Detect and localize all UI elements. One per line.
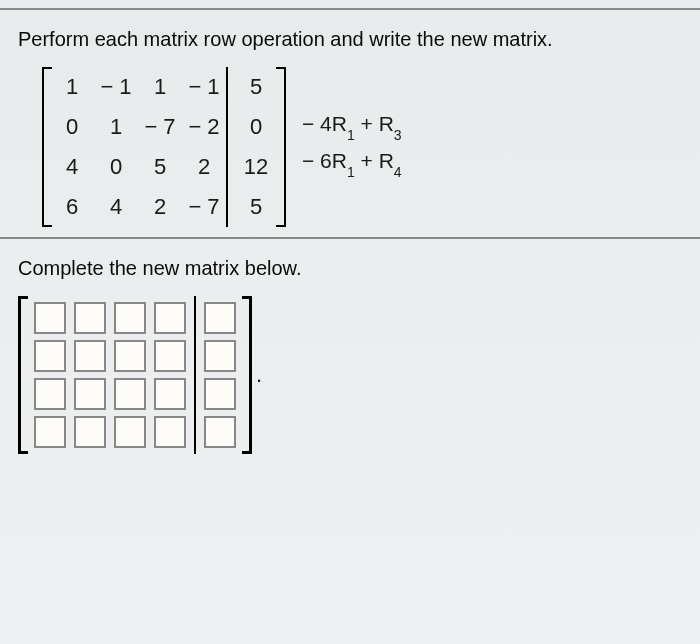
matrix-cell: − 1: [96, 67, 136, 107]
matrix-cell: 0: [236, 107, 276, 147]
answer-input[interactable]: [74, 302, 106, 334]
matrix-cell: − 7: [184, 187, 224, 227]
row-operations: − 4R1 + R3 − 6R1 + R4: [302, 112, 402, 182]
op-text: − 6R: [302, 149, 347, 172]
matrix-cell: 1: [140, 67, 180, 107]
complete-instruction: Complete the new matrix below.: [0, 249, 700, 296]
op-text: − 4R: [302, 112, 347, 135]
matrix-cell: 6: [52, 187, 92, 227]
op-subscript: 1: [347, 127, 355, 143]
instruction-text: Perform each matrix row operation and wr…: [18, 28, 682, 51]
matrix-cell: − 2: [184, 107, 224, 147]
augment-bar: [194, 296, 196, 454]
op-subscript: 3: [394, 127, 402, 143]
answer-coefficients: [28, 296, 192, 454]
answer-input[interactable]: [154, 302, 186, 334]
answer-input[interactable]: [34, 302, 66, 334]
answer-input[interactable]: [204, 378, 236, 410]
matrix-cell: 1: [52, 67, 92, 107]
row-operation-2: − 6R1 + R4: [302, 149, 402, 176]
period: .: [256, 362, 262, 388]
op-text: + R: [355, 112, 394, 135]
matrix-cell: − 7: [140, 107, 180, 147]
answer-input[interactable]: [204, 302, 236, 334]
answer-input[interactable]: [74, 416, 106, 448]
answer-input[interactable]: [114, 378, 146, 410]
augment-bar: [226, 67, 228, 227]
answer-input[interactable]: [34, 340, 66, 372]
answer-matrix: [18, 296, 252, 454]
op-text: + R: [355, 149, 394, 172]
matrix-cell: 12: [236, 147, 276, 187]
matrix-coefficients: 1 − 1 1 − 1 0 1 − 7 − 2 4 0 5 2 6 4 2 − …: [52, 67, 224, 227]
matrix-cell: 2: [184, 147, 224, 187]
answer-input[interactable]: [114, 302, 146, 334]
answer-matrix-section: .: [18, 296, 700, 454]
section-divider: [0, 237, 700, 239]
bracket-right: [242, 296, 252, 454]
answer-input[interactable]: [74, 340, 106, 372]
answer-input[interactable]: [204, 340, 236, 372]
matrix-cell: 2: [140, 187, 180, 227]
answer-input[interactable]: [114, 340, 146, 372]
answer-input[interactable]: [34, 378, 66, 410]
bracket-right: [276, 67, 286, 227]
bracket-left: [42, 67, 52, 227]
answer-input[interactable]: [154, 340, 186, 372]
matrix-cell: 0: [52, 107, 92, 147]
op-subscript: 1: [347, 164, 355, 180]
bracket-left: [18, 296, 28, 454]
matrix-augmented: 5 0 12 5: [236, 67, 276, 227]
matrix-cell: 4: [52, 147, 92, 187]
matrix-cell: 5: [140, 147, 180, 187]
answer-input[interactable]: [154, 416, 186, 448]
answer-input[interactable]: [74, 378, 106, 410]
row-operation-1: − 4R1 + R3: [302, 112, 402, 139]
answer-input[interactable]: [154, 378, 186, 410]
matrix-cell: 1: [96, 107, 136, 147]
op-subscript: 4: [394, 164, 402, 180]
matrix-cell: 0: [96, 147, 136, 187]
matrix-cell: 4: [96, 187, 136, 227]
answer-input[interactable]: [114, 416, 146, 448]
answer-input[interactable]: [204, 416, 236, 448]
given-matrix: 1 − 1 1 − 1 0 1 − 7 − 2 4 0 5 2 6 4 2 − …: [42, 67, 286, 227]
given-matrix-section: 1 − 1 1 − 1 0 1 − 7 − 2 4 0 5 2 6 4 2 − …: [42, 67, 682, 227]
matrix-cell: − 1: [184, 67, 224, 107]
matrix-cell: 5: [236, 187, 276, 227]
matrix-cell: 5: [236, 67, 276, 107]
answer-input[interactable]: [34, 416, 66, 448]
answer-augmented: [198, 296, 242, 454]
